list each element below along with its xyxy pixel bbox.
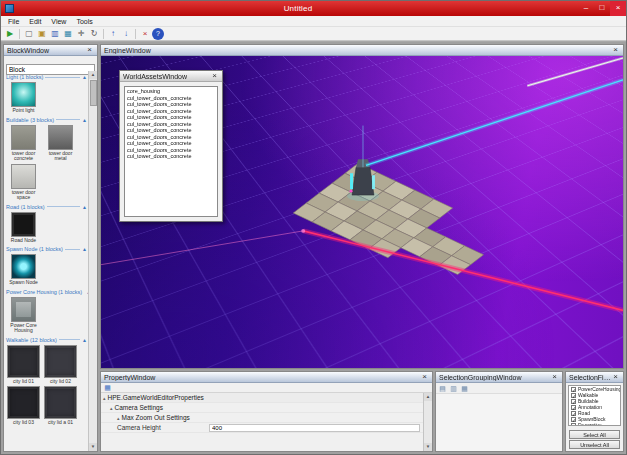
block-item[interactable]: Spawn Node bbox=[6, 254, 41, 286]
section-header[interactable]: Road (1 blocks)▲ bbox=[6, 204, 87, 210]
scroll-thumb[interactable] bbox=[90, 80, 97, 106]
property-scrollbar[interactable]: ▲ ▼ bbox=[423, 393, 432, 451]
edit-group-icon[interactable]: ▦ bbox=[460, 384, 469, 393]
maximize-button[interactable]: □ bbox=[594, 1, 610, 16]
filter-option[interactable]: ✓Decorative bbox=[569, 422, 620, 426]
collapse-icon[interactable]: ▲ bbox=[82, 337, 87, 343]
selection-grouping-titlebar[interactable]: SelectionGroupingWindow × bbox=[436, 372, 562, 383]
checkbox-icon[interactable]: ✓ bbox=[571, 393, 576, 398]
title-bar[interactable]: Untitled – □ × bbox=[1, 1, 626, 16]
close-icon[interactable]: × bbox=[611, 373, 620, 382]
section-header[interactable]: Buildable (3 blocks)▲ bbox=[6, 117, 87, 123]
block-item[interactable]: city lid 01 bbox=[6, 345, 41, 385]
property-window-titlebar[interactable]: PropertyWindow × bbox=[101, 372, 432, 383]
grouping-toolbar: ▤▥▦ bbox=[436, 383, 562, 394]
property-row-root[interactable]: ▴HPE.GameWorldEditorProperties bbox=[101, 393, 423, 403]
block-item[interactable]: Road Node bbox=[6, 212, 41, 244]
property-grid: ▴HPE.GameWorldEditorProperties▴Camera Se… bbox=[101, 393, 423, 451]
grid-icon[interactable]: ▦ bbox=[62, 28, 74, 40]
select-all-button[interactable]: Select All bbox=[569, 430, 620, 439]
collapse-icon[interactable]: ▲ bbox=[82, 204, 87, 210]
new-file-icon[interactable]: ▢ bbox=[23, 28, 35, 40]
viewport-3d[interactable]: WorldAssetsWindow × core_housingcul_towe… bbox=[101, 56, 623, 368]
scroll-down-icon[interactable]: ▼ bbox=[424, 443, 432, 451]
world-assets-titlebar[interactable]: WorldAssetsWindow × bbox=[120, 71, 222, 82]
select-icon[interactable]: ✛ bbox=[75, 28, 87, 40]
move-up-icon[interactable]: ↑ bbox=[107, 28, 119, 40]
property-row-group[interactable]: ▴Max Zoom Out Settings bbox=[101, 413, 423, 423]
property-value-input[interactable] bbox=[209, 424, 420, 432]
menu-view[interactable]: View bbox=[46, 18, 71, 25]
block-item-label: city lid a 01 bbox=[48, 420, 73, 426]
block-item[interactable]: city lid 02 bbox=[43, 345, 78, 385]
world-assets-list[interactable]: core_housingcul_tower_doors_concretecul_… bbox=[124, 86, 218, 217]
delete-icon[interactable]: × bbox=[139, 28, 151, 40]
close-icon[interactable]: × bbox=[85, 46, 94, 55]
scroll-down-icon[interactable]: ▼ bbox=[89, 443, 97, 451]
block-scrollbar[interactable]: ▲ ▼ bbox=[88, 71, 97, 451]
checkbox-icon[interactable]: ✓ bbox=[571, 387, 576, 392]
collapse-icon[interactable]: ▲ bbox=[82, 74, 87, 80]
checkbox-icon[interactable]: ✓ bbox=[571, 399, 576, 404]
section-header[interactable]: Walkable (12 blocks)▲ bbox=[6, 337, 87, 343]
section-header[interactable]: Spawn Node (1 blocks)▲ bbox=[6, 246, 87, 252]
unselect-all-button[interactable]: Unselect All bbox=[569, 440, 620, 449]
add-group-icon[interactable]: ▤ bbox=[438, 384, 447, 393]
engine-window-titlebar[interactable]: EngineWindow × bbox=[101, 45, 623, 56]
block-window-titlebar[interactable]: BlockWindow × bbox=[4, 45, 97, 56]
collapse-icon[interactable]: ▲ bbox=[82, 246, 87, 252]
selection-filter-titlebar[interactable]: SelectionFilterWindow × bbox=[566, 372, 623, 383]
block-item[interactable]: Point light bbox=[6, 82, 41, 114]
road-node-icon bbox=[11, 212, 36, 237]
section-label: Light (1 blocks) bbox=[6, 74, 43, 80]
section-header[interactable]: Light (1 blocks)▲ bbox=[6, 74, 87, 80]
block-item[interactable]: tower door space bbox=[6, 164, 41, 201]
checkbox-icon[interactable]: ✓ bbox=[571, 417, 576, 422]
door-metal-icon bbox=[48, 125, 73, 150]
scroll-up-icon[interactable]: ▲ bbox=[424, 393, 432, 401]
scroll-up-icon[interactable]: ▲ bbox=[89, 71, 97, 79]
door-concrete-icon bbox=[11, 125, 36, 150]
categorized-icon[interactable]: ▦ bbox=[103, 383, 112, 392]
collapse-icon[interactable]: ▲ bbox=[82, 117, 87, 123]
block-item-label: city lid 01 bbox=[13, 379, 34, 385]
close-button[interactable]: × bbox=[610, 1, 626, 16]
property-group-label: Max Zoom Out Settings bbox=[122, 414, 190, 421]
remove-group-icon[interactable]: ▥ bbox=[449, 384, 458, 393]
expander-icon[interactable]: ▴ bbox=[103, 395, 106, 401]
checkbox-icon[interactable]: ✓ bbox=[571, 405, 576, 410]
open-folder-icon[interactable]: ▣ bbox=[36, 28, 48, 40]
close-icon[interactable]: × bbox=[420, 373, 429, 382]
menu-edit[interactable]: Edit bbox=[24, 18, 46, 25]
block-item[interactable]: city lid a 01 bbox=[43, 386, 78, 426]
section-header[interactable]: Power Core Housing (1 blocks)▲ bbox=[6, 289, 87, 295]
asset-list-item[interactable]: cul_tower_doors_concrete bbox=[125, 153, 217, 160]
block-item[interactable]: city lid 03 bbox=[6, 386, 41, 426]
expander-icon[interactable]: ▴ bbox=[110, 405, 113, 411]
menu-tools[interactable]: Tools bbox=[71, 18, 97, 25]
expander-icon[interactable]: ▴ bbox=[117, 415, 120, 421]
close-icon[interactable]: × bbox=[611, 46, 620, 55]
block-item[interactable]: tower door metal bbox=[43, 125, 78, 162]
block-item[interactable]: Power Core Housing bbox=[6, 297, 41, 334]
play-icon[interactable]: ▶ bbox=[4, 28, 16, 40]
save-icon[interactable]: ▥ bbox=[49, 28, 61, 40]
section-label: Power Core Housing (1 blocks) bbox=[6, 289, 82, 295]
property-row-group[interactable]: ▴Camera Settings bbox=[101, 403, 423, 413]
engine-window-title: EngineWindow bbox=[104, 47, 611, 54]
property-row-field[interactable]: Camera Height bbox=[101, 423, 423, 433]
rotate-icon[interactable]: ↻ bbox=[88, 28, 100, 40]
menu-file[interactable]: File bbox=[3, 18, 24, 25]
menu-bar: FileEditViewTools bbox=[1, 16, 626, 27]
checkbox-icon[interactable]: ✓ bbox=[571, 423, 576, 427]
minimize-button[interactable]: – bbox=[578, 1, 594, 16]
block-item-label: Road Node bbox=[11, 238, 36, 244]
checkbox-icon[interactable]: ✓ bbox=[571, 411, 576, 416]
world-assets-window[interactable]: WorldAssetsWindow × core_housingcul_towe… bbox=[119, 70, 223, 222]
close-icon[interactable]: × bbox=[550, 373, 559, 382]
block-item[interactable]: tower door concrete bbox=[6, 125, 41, 162]
move-down-icon[interactable]: ↓ bbox=[120, 28, 132, 40]
help-icon[interactable]: ? bbox=[152, 28, 164, 40]
section-label: Walkable (12 blocks) bbox=[6, 337, 57, 343]
close-icon[interactable]: × bbox=[210, 72, 219, 81]
